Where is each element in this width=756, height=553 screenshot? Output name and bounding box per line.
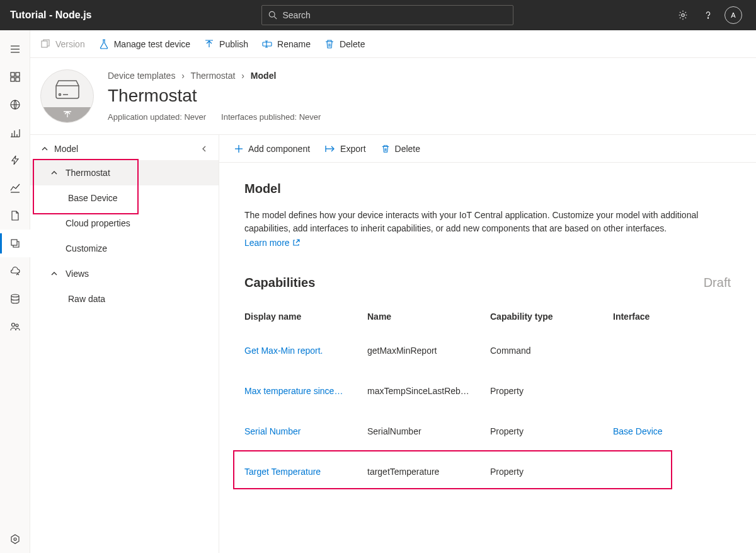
publish-button[interactable]: Publish xyxy=(204,39,248,49)
rename-icon xyxy=(262,39,272,49)
svg-point-20 xyxy=(16,324,18,327)
document-icon xyxy=(10,211,20,221)
chevron-left-icon xyxy=(201,146,207,152)
left-rail xyxy=(0,30,30,553)
svg-rect-23 xyxy=(42,41,47,47)
account-button[interactable]: A xyxy=(721,3,746,28)
rail-dashboard[interactable] xyxy=(0,63,30,91)
secnav-cloud-properties[interactable]: Cloud properties xyxy=(30,211,219,236)
secnav-model-header[interactable]: Model xyxy=(30,137,219,160)
version-button[interactable]: Version xyxy=(40,39,85,49)
table-header-row: Display name Name Capability type Interf… xyxy=(244,308,731,330)
chevron-up-icon xyxy=(50,170,58,176)
capability-display-name[interactable]: Max temperature since… xyxy=(244,386,367,396)
page-title: Thermostat xyxy=(108,86,746,106)
secnav-views[interactable]: Views xyxy=(30,261,219,286)
rail-iot-central[interactable] xyxy=(0,525,30,553)
rail-devices[interactable] xyxy=(0,91,30,119)
capability-interface[interactable]: Base Device xyxy=(613,426,707,436)
rail-device-groups[interactable] xyxy=(0,119,30,146)
upload-icon xyxy=(63,110,72,119)
secnav-customize[interactable]: Customize xyxy=(30,236,219,261)
topbar: Tutorial - Node.js Search A xyxy=(0,0,756,30)
capability-name: targetTemperature xyxy=(367,467,490,477)
table-row[interactable]: Serial Number SerialNumber Property Base… xyxy=(244,411,731,451)
rail-analytics[interactable] xyxy=(0,174,30,202)
help-button[interactable] xyxy=(696,3,721,28)
secnav-base-device[interactable]: Base Device xyxy=(30,185,219,211)
col-interface: Interface xyxy=(613,311,707,322)
capability-type: Property xyxy=(490,426,613,436)
secnav-thermostat[interactable]: Thermostat xyxy=(30,160,219,185)
rail-device-templates[interactable] xyxy=(0,230,30,257)
flask-icon xyxy=(99,39,109,49)
col-capability-type: Capability type xyxy=(490,311,613,322)
page-header: Device templates › Thermostat › Model Th… xyxy=(30,58,756,135)
content-delete-button[interactable]: Delete xyxy=(381,144,420,154)
learn-more-link[interactable]: Learn more xyxy=(244,238,300,248)
search-input[interactable]: Search xyxy=(261,5,513,25)
rail-users[interactable] xyxy=(0,313,30,341)
export-button[interactable]: Export xyxy=(325,144,365,154)
secondary-nav: Model Thermostat Base Device Cloud xyxy=(30,135,219,553)
search-placeholder: Search xyxy=(282,10,310,20)
avatar: A xyxy=(724,6,742,24)
capability-display-name[interactable]: Serial Number xyxy=(244,426,367,436)
template-icon xyxy=(10,238,20,248)
model-section-title: Model xyxy=(244,182,731,196)
cloud-icon xyxy=(10,266,20,276)
status-badge: Draft xyxy=(704,276,731,290)
rail-jobs[interactable] xyxy=(0,202,30,230)
svg-point-18 xyxy=(11,294,19,297)
content: Add component Export Delete Model The mo… xyxy=(219,135,756,553)
chevron-up-icon xyxy=(50,271,58,277)
svg-point-27 xyxy=(59,94,60,96)
capability-type: Property xyxy=(490,467,613,477)
settings-button[interactable] xyxy=(670,3,696,28)
trash-icon xyxy=(324,39,335,49)
capability-type: Property xyxy=(490,386,613,396)
trash-icon xyxy=(381,144,390,153)
table-row[interactable]: Target Temperature targetTemperature Pro… xyxy=(244,451,731,492)
device-icon xyxy=(54,79,81,100)
capability-display-name[interactable]: Target Temperature xyxy=(244,467,367,477)
content-toolbar: Add component Export Delete xyxy=(219,135,756,163)
capability-type: Command xyxy=(490,346,613,356)
svg-point-0 xyxy=(270,11,275,17)
shell: Version Manage test device Publish Renam… xyxy=(0,30,756,553)
capability-display-name[interactable]: Get Max-Min report. xyxy=(244,346,367,356)
collapse-panel-button[interactable] xyxy=(201,146,207,152)
table-row[interactable]: Get Max-Min report. getMaxMinReport Comm… xyxy=(244,330,731,371)
header-meta: Application updated: Never Interfaces pu… xyxy=(108,112,746,122)
manage-test-device-button[interactable]: Manage test device xyxy=(99,39,190,49)
capabilities-title: Capabilities xyxy=(244,276,315,290)
help-icon xyxy=(702,9,714,21)
capabilities-header: Capabilities Draft xyxy=(244,276,731,290)
capability-interface xyxy=(613,346,707,356)
hamburger-button[interactable] xyxy=(0,35,30,63)
capability-name: maxTempSinceLastReb… xyxy=(367,386,490,396)
capability-interface xyxy=(613,386,707,396)
search-icon xyxy=(268,11,277,20)
svg-rect-8 xyxy=(16,73,20,76)
hexagon-icon xyxy=(10,534,20,544)
add-component-button[interactable]: Add component xyxy=(234,144,310,154)
breadcrumb-item[interactable]: Device templates xyxy=(108,71,175,81)
rail-data-export[interactable] xyxy=(0,257,30,285)
table-row[interactable]: Max temperature since… maxTempSinceLastR… xyxy=(244,371,731,411)
svg-point-2 xyxy=(682,14,685,17)
delete-button[interactable]: Delete xyxy=(324,39,365,49)
rename-button[interactable]: Rename xyxy=(262,39,311,49)
plus-icon xyxy=(234,144,243,153)
capability-interface xyxy=(613,467,707,477)
rail-administration[interactable] xyxy=(0,285,30,313)
device-avatar xyxy=(40,69,94,123)
people-icon xyxy=(10,322,20,332)
svg-rect-17 xyxy=(11,240,17,245)
secnav-raw-data[interactable]: Raw data xyxy=(30,286,219,311)
svg-point-22 xyxy=(14,538,16,540)
svg-point-19 xyxy=(11,323,14,327)
breadcrumb-item[interactable]: Thermostat xyxy=(191,71,236,81)
main: Version Manage test device Publish Renam… xyxy=(30,30,756,553)
rail-rules[interactable] xyxy=(0,146,30,174)
